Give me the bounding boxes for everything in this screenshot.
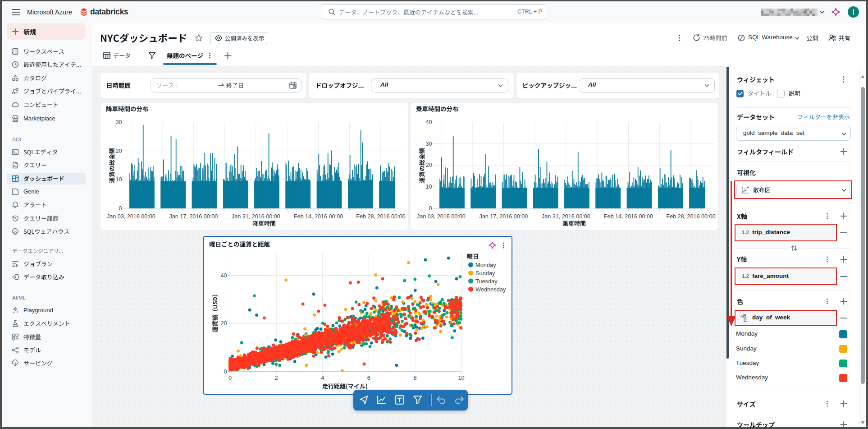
svg-text:0: 0 xyxy=(228,375,232,381)
svg-text:8: 8 xyxy=(413,375,416,381)
svg-text:0: 0 xyxy=(429,205,432,212)
svg-text:0: 0 xyxy=(224,369,227,375)
svg-text:2: 2 xyxy=(275,375,278,381)
svg-text:30: 30 xyxy=(115,119,122,125)
svg-text:40: 40 xyxy=(425,119,432,125)
svg-text:20: 20 xyxy=(115,148,122,154)
svg-text:4: 4 xyxy=(321,375,324,381)
svg-text:Jan 31, 2016 00:00: Jan 31, 2016 00:00 xyxy=(232,213,280,220)
svg-text:Wednesday: Wednesday xyxy=(475,286,506,293)
svg-text:Jan 17, 2016 00:00: Jan 17, 2016 00:00 xyxy=(169,213,218,220)
svg-text:6: 6 xyxy=(367,375,370,381)
svg-text:Tuesday: Tuesday xyxy=(475,278,498,285)
svg-text:40: 40 xyxy=(220,272,227,279)
svg-text:Monday: Monday xyxy=(475,262,496,268)
svg-text:10: 10 xyxy=(425,184,432,190)
svg-text:Jan 31, 2016 00:00: Jan 31, 2016 00:00 xyxy=(542,213,590,220)
svg-text:10: 10 xyxy=(458,375,464,381)
svg-text:10: 10 xyxy=(115,176,122,183)
svg-text:Feb 14, 2016 00:00: Feb 14, 2016 00:00 xyxy=(604,213,653,220)
svg-text:20: 20 xyxy=(220,320,227,327)
svg-text:Jan 03, 2016 00:00: Jan 03, 2016 00:00 xyxy=(417,213,466,220)
svg-text:Feb 28, 2016 00:00: Feb 28, 2016 00:00 xyxy=(666,213,715,220)
svg-text:Feb 28, 2016 00:00: Feb 28, 2016 00:00 xyxy=(356,213,405,220)
svg-text:Jan 17, 2016 00:00: Jan 17, 2016 00:00 xyxy=(479,213,528,220)
svg-text:0: 0 xyxy=(119,205,122,212)
svg-text:Feb 14, 2016 00:00: Feb 14, 2016 00:00 xyxy=(294,213,343,220)
svg-text:Sunday: Sunday xyxy=(475,270,495,277)
svg-text:30: 30 xyxy=(425,141,432,147)
svg-text:Jan 03, 2016 00:00: Jan 03, 2016 00:00 xyxy=(107,213,155,220)
svg-text:20: 20 xyxy=(425,162,432,168)
